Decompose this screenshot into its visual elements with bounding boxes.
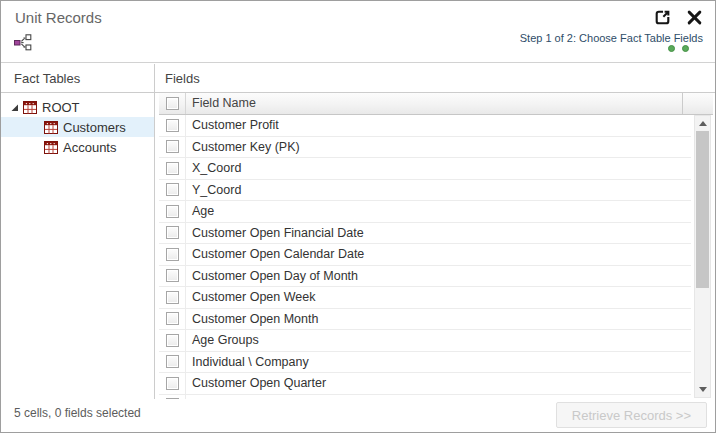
fields-panel: Fields Field Name Customer ProfitCustome… (155, 64, 715, 399)
tree-children: Customers Accounts (1, 117, 154, 157)
field-row[interactable]: Customer Key (PK) (159, 137, 691, 159)
fields-table: Field Name Customer ProfitCustomer Key (… (159, 93, 713, 399)
scrollbar-thumb[interactable] (696, 131, 709, 288)
field-checkbox[interactable] (166, 312, 179, 325)
field-checkbox[interactable] (166, 226, 179, 239)
scroll-up-icon (699, 121, 707, 126)
retrieve-records-button[interactable]: Retrieve Records >> (556, 402, 707, 428)
dialog-title: Unit Records (15, 9, 102, 26)
field-checkbox[interactable] (166, 291, 179, 304)
field-name: Customer Open Financial Date (186, 226, 691, 240)
scroll-up-button[interactable] (695, 116, 710, 131)
fact-tables-panel-header: Fact Tables (1, 64, 154, 93)
field-checkbox-cell[interactable] (159, 158, 186, 179)
field-checkbox-cell[interactable] (159, 352, 186, 373)
field-row[interactable]: Y_Coord (159, 180, 691, 202)
tree-node-label: Customers (63, 120, 126, 135)
tree-node-label: Accounts (63, 140, 116, 155)
scrollbar-header-spacer (683, 93, 713, 114)
scroll-down-icon (699, 387, 707, 392)
field-checkbox-cell[interactable] (159, 115, 186, 136)
header-buttons (651, 6, 705, 28)
root-table-icon-slot (23, 101, 42, 114)
wizard-progress-dots (668, 45, 689, 52)
unit-records-dialog: Unit Records (0, 0, 716, 433)
field-row[interactable]: Customer Open Quarter (159, 373, 691, 395)
field-row[interactable]: Age (159, 201, 691, 223)
fields-panel-header: Fields (155, 64, 715, 93)
open-in-new-window-button[interactable] (651, 6, 673, 28)
progress-dot (682, 45, 689, 52)
tree-node-root[interactable]: ROOT (1, 97, 154, 117)
field-name: Customer Open Quarter (186, 376, 691, 390)
field-checkbox-cell[interactable] (159, 180, 186, 201)
field-name: Customer Open Day of Month (186, 269, 691, 283)
field-row[interactable]: X_Coord (159, 158, 691, 180)
close-icon (687, 10, 702, 25)
field-checkbox-cell[interactable] (159, 137, 186, 158)
field-name: Customer Profit (186, 118, 691, 132)
field-name: Y_Coord (186, 183, 691, 197)
field-row[interactable]: Customer Profit (159, 115, 691, 137)
field-row[interactable]: Customer Open Financial Date (159, 223, 691, 245)
field-checkbox-cell[interactable] (159, 309, 186, 330)
field-name: Customer Open Calendar Date (186, 247, 691, 261)
fact-table-icon (23, 101, 37, 114)
dialog-footer: 5 cells, 0 fields selected Retrieve Reco… (1, 399, 715, 432)
fact-table-icon (44, 141, 58, 154)
field-name: X_Coord (186, 161, 691, 175)
field-name: Age (186, 204, 691, 218)
field-name-column-header[interactable]: Field Name (186, 93, 683, 114)
field-name: Age Groups (186, 333, 691, 347)
scroll-down-button[interactable] (695, 382, 710, 397)
dialog-body: Fact Tables ROOT Customer (1, 64, 715, 399)
field-checkbox[interactable] (166, 269, 179, 282)
select-all-checkbox[interactable] (166, 97, 179, 110)
field-checkbox[interactable] (166, 183, 179, 196)
vertical-scrollbar[interactable] (694, 115, 711, 398)
field-checkbox-cell[interactable] (159, 373, 186, 394)
hierarchy-icon[interactable] (14, 34, 32, 51)
field-checkbox[interactable] (166, 377, 179, 390)
field-row[interactable]: Age Groups (159, 330, 691, 352)
dialog-header: Unit Records (1, 1, 715, 63)
tree-node-label: ROOT (42, 100, 80, 115)
open-in-new-window-icon (653, 8, 672, 27)
fields-table-header: Field Name (159, 93, 713, 115)
fields-table-body: Customer ProfitCustomer Key (PK)X_CoordY… (159, 115, 691, 399)
wizard-step-label: Step 1 of 2: Choose Fact Table Fields (520, 32, 703, 44)
fact-tables-tree: ROOT Customers Accounts (1, 93, 154, 157)
progress-dot (668, 45, 675, 52)
field-checkbox-cell[interactable] (159, 244, 186, 265)
field-row[interactable]: Individual \ Company (159, 352, 691, 374)
selection-status: 5 cells, 0 fields selected (14, 406, 141, 420)
field-checkbox[interactable] (166, 140, 179, 153)
field-checkbox[interactable] (166, 248, 179, 261)
field-checkbox-cell[interactable] (159, 287, 186, 308)
field-name: Customer Open Week (186, 290, 691, 304)
field-checkbox-cell[interactable] (159, 266, 186, 287)
field-row[interactable]: Customer Open Calendar Date (159, 244, 691, 266)
field-checkbox-cell[interactable] (159, 201, 186, 222)
field-name: Customer Open Month (186, 312, 691, 326)
select-all-cell[interactable] (159, 93, 186, 114)
field-checkbox[interactable] (166, 334, 179, 347)
field-name: Individual \ Company (186, 355, 691, 369)
field-name: Customer Key (PK) (186, 140, 691, 154)
field-checkbox[interactable] (166, 205, 179, 218)
field-checkbox-cell[interactable] (159, 223, 186, 244)
fact-table-icon (44, 121, 58, 134)
field-row[interactable]: Customer Open Week (159, 287, 691, 309)
field-checkbox[interactable] (166, 162, 179, 175)
expanded-arrow-icon[interactable] (10, 103, 19, 112)
field-checkbox[interactable] (166, 355, 179, 368)
tree-node-accounts[interactable]: Accounts (1, 137, 154, 157)
field-checkbox-cell[interactable] (159, 330, 186, 351)
field-row[interactable]: Customer Open Month (159, 309, 691, 331)
field-checkbox[interactable] (166, 119, 179, 132)
tree-node-customers[interactable]: Customers (1, 117, 154, 137)
close-button[interactable] (683, 6, 705, 28)
field-row[interactable]: Customer Open Day of Month (159, 266, 691, 288)
fact-tables-panel: Fact Tables ROOT Customer (1, 64, 155, 399)
